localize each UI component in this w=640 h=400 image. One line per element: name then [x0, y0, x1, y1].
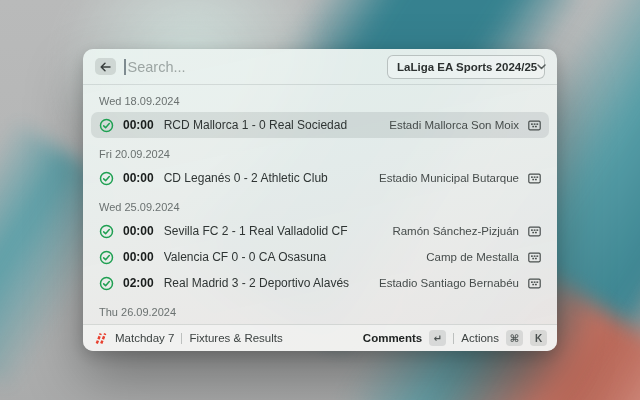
league-dropdown[interactable]: LaLiga EA Sports 2024/25: [387, 55, 545, 79]
stadium-icon: [528, 225, 541, 238]
arrow-left-icon: [100, 62, 111, 72]
match-venue: Camp de Mestalla: [426, 251, 519, 263]
check-circle-icon: [99, 276, 114, 291]
footer-divider: [453, 333, 454, 344]
section-date-header: Fri 20.09.2024: [99, 147, 541, 161]
actions-button[interactable]: Actions: [461, 332, 499, 344]
search-input[interactable]: Search...: [128, 59, 186, 75]
check-circle-icon: [99, 171, 114, 186]
match-title: CD Leganés 0 - 2 Athletic Club: [164, 171, 328, 185]
match-row[interactable]: 00:00CD Leganés 0 - 2 Athletic ClubEstad…: [91, 165, 549, 191]
match-title: Valencia CF 0 - 0 CA Osasuna: [164, 250, 327, 264]
comments-button[interactable]: Comments: [363, 332, 422, 344]
stadium-icon: [528, 277, 541, 290]
league-dropdown-value: LaLiga EA Sports 2024/25: [397, 61, 537, 73]
match-time: 00:00: [123, 224, 154, 238]
command-palette-window: Search... LaLiga EA Sports 2024/25 Wed 1…: [83, 49, 557, 351]
chevron-down-icon: [537, 64, 546, 70]
desktop-background: Search... LaLiga EA Sports 2024/25 Wed 1…: [0, 0, 640, 400]
match-row[interactable]: 00:00RCD Mallorca 1 - 0 Real SociedadEst…: [91, 112, 549, 138]
back-button[interactable]: [95, 58, 116, 75]
search-bar: Search... LaLiga EA Sports 2024/25: [83, 49, 557, 85]
match-time: 00:00: [123, 118, 154, 132]
check-circle-icon: [99, 224, 114, 239]
match-venue: Estadio Santiago Bernabéu: [379, 277, 519, 289]
match-row[interactable]: 00:00Sevilla FC 2 - 1 Real Valladolid CF…: [91, 218, 549, 244]
footer-title: Matchday 7: [115, 332, 174, 344]
match-title: Real Madrid 3 - 2 Deportivo Alavés: [164, 276, 349, 290]
match-title: Sevilla FC 2 - 1 Real Valladolid CF: [164, 224, 348, 238]
match-row[interactable]: 00:00Valencia CF 0 - 0 CA OsasunaCamp de…: [91, 244, 549, 270]
match-venue: Estadio Municipal Butarque: [379, 172, 519, 184]
footer-subtitle: Fixtures & Results: [189, 332, 282, 344]
return-key-badge: ↵: [429, 330, 446, 346]
k-key-badge: K: [530, 330, 547, 346]
match-list: Wed 18.09.202400:00RCD Mallorca 1 - 0 Re…: [83, 85, 557, 324]
match-time: 02:00: [123, 276, 154, 290]
match-title: RCD Mallorca 1 - 0 Real Sociedad: [164, 118, 347, 132]
text-caret: [124, 59, 126, 75]
section-date-header: Thu 26.09.2024: [99, 305, 541, 319]
stadium-icon: [528, 172, 541, 185]
laliga-logo-icon: [93, 331, 108, 346]
match-venue: Estadi Mallorca Son Moix: [389, 119, 519, 131]
section-date-header: Wed 18.09.2024: [99, 94, 541, 108]
match-venue: Ramón Sánchez-Pizjuán: [392, 225, 519, 237]
footer-bar: Matchday 7 Fixtures & Results Comments ↵…: [83, 324, 557, 351]
check-circle-icon: [99, 250, 114, 265]
match-time: 00:00: [123, 250, 154, 264]
stadium-icon: [528, 119, 541, 132]
command-key-badge: ⌘: [506, 330, 523, 346]
match-time: 00:00: [123, 171, 154, 185]
footer-divider: [181, 333, 182, 344]
section-date-header: Wed 25.09.2024: [99, 200, 541, 214]
stadium-icon: [528, 251, 541, 264]
check-circle-icon: [99, 118, 114, 133]
footer-actions: Comments ↵ Actions ⌘ K: [363, 330, 547, 346]
match-row[interactable]: 02:00Real Madrid 3 - 2 Deportivo AlavésE…: [91, 270, 549, 296]
